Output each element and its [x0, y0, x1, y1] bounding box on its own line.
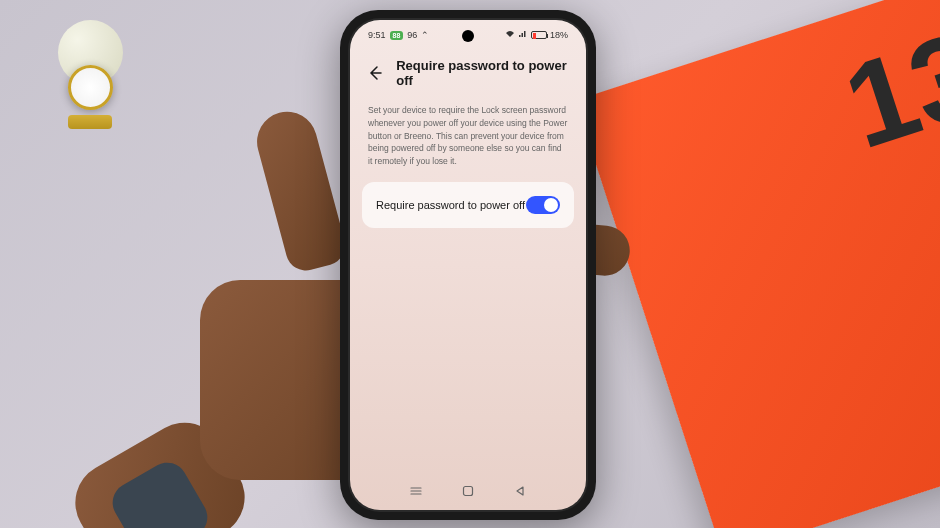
status-time: 9:51 [368, 30, 386, 40]
recents-icon [409, 484, 423, 498]
phone-screen: 9:51 88 96 ⌃ 18% [350, 20, 586, 510]
navigation-bar [350, 482, 586, 500]
desk-clock-decoration [50, 20, 130, 110]
toggle-thumb [544, 198, 558, 212]
battery-percent: 18% [550, 30, 568, 40]
page-header: Require password to power off [350, 44, 586, 96]
power-off-password-toggle[interactable] [526, 196, 560, 214]
back-arrow-icon [367, 65, 383, 81]
setting-description: Set your device to require the Lock scre… [350, 96, 586, 182]
back-triangle-icon [514, 485, 526, 497]
back-button[interactable] [366, 63, 384, 83]
setting-row: Require password to power off [362, 182, 574, 228]
battery-icon [531, 31, 547, 39]
home-icon [462, 485, 474, 497]
status-badge: 88 [390, 31, 404, 40]
svg-rect-0 [464, 487, 473, 496]
expand-icon: ⌃ [421, 30, 429, 40]
phone-frame: 9:51 88 96 ⌃ 18% [340, 10, 596, 520]
page-title: Require password to power off [396, 58, 570, 88]
recents-button[interactable] [407, 482, 425, 500]
front-camera [462, 30, 474, 42]
back-nav-button[interactable] [511, 482, 529, 500]
wifi-icon [505, 30, 515, 40]
status-network: 96 [407, 30, 417, 40]
home-button[interactable] [459, 482, 477, 500]
setting-label: Require password to power off [376, 199, 525, 211]
signal-icon [518, 30, 528, 40]
